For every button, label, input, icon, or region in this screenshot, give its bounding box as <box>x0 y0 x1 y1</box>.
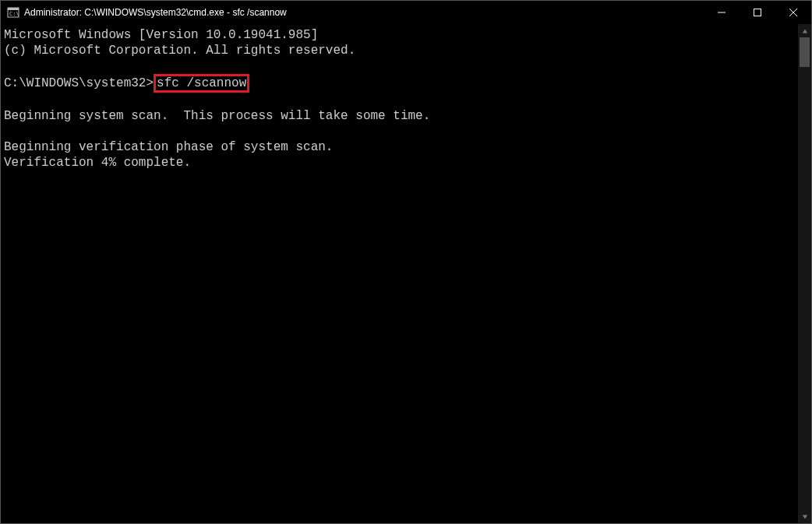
prompt-text: C:\WINDOWS\system32> <box>4 76 154 90</box>
svg-rect-1 <box>8 8 19 10</box>
cmd-icon: C:\ <box>7 6 19 19</box>
minimize-button[interactable] <box>704 1 740 24</box>
cmd-window: C:\ Administrator: C:\WINDOWS\system32\c… <box>0 0 812 524</box>
window-title: Administrator: C:\WINDOWS\system32\cmd.e… <box>24 7 704 18</box>
maximize-button[interactable] <box>740 1 775 24</box>
close-button[interactable] <box>775 1 811 24</box>
vertical-scrollbar[interactable] <box>798 24 811 523</box>
svg-text:C:\: C:\ <box>9 11 19 17</box>
titlebar[interactable]: C:\ Administrator: C:\WINDOWS\system32\c… <box>1 1 811 24</box>
scroll-down-arrow-icon[interactable] <box>798 510 811 523</box>
svg-marker-7 <box>802 29 807 33</box>
scroll-up-arrow-icon[interactable] <box>798 24 811 37</box>
window-controls <box>704 1 811 24</box>
output-line: Verification 4% complete. <box>4 156 191 170</box>
content-row: Microsoft Windows [Version 10.0.19041.98… <box>1 24 811 523</box>
terminal-output[interactable]: Microsoft Windows [Version 10.0.19041.98… <box>1 24 798 523</box>
output-line: (c) Microsoft Corporation. All rights re… <box>4 44 355 58</box>
scroll-thumb[interactable] <box>800 37 810 67</box>
output-line: Beginning system scan. This process will… <box>4 109 430 123</box>
output-line: Microsoft Windows [Version 10.0.19041.98… <box>4 28 318 42</box>
svg-marker-8 <box>802 515 807 519</box>
svg-rect-4 <box>754 9 761 16</box>
scroll-track[interactable] <box>798 37 811 510</box>
output-line: Beginning verification phase of system s… <box>4 140 333 154</box>
highlighted-command: sfc /scannow <box>154 74 249 93</box>
